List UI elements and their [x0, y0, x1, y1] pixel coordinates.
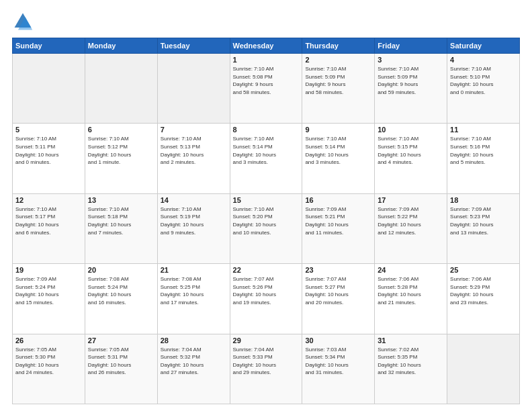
week-row-0: 1Sunrise: 7:10 AM Sunset: 5:08 PM Daylig…	[13, 54, 520, 124]
day-cell: 18Sunrise: 7:09 AM Sunset: 5:23 PM Dayli…	[447, 193, 520, 263]
weekday-header-friday: Friday	[375, 38, 447, 54]
day-number: 4	[450, 56, 517, 64]
day-cell: 27Sunrise: 7:05 AM Sunset: 5:31 PM Dayli…	[85, 334, 157, 404]
day-number: 30	[305, 336, 371, 345]
day-info: Sunrise: 7:10 AM Sunset: 5:13 PM Dayligh…	[161, 135, 227, 166]
day-number: 13	[88, 196, 154, 204]
day-number: 15	[233, 196, 300, 204]
day-number: 7	[161, 126, 227, 134]
day-cell: 26Sunrise: 7:05 AM Sunset: 5:30 PM Dayli…	[13, 334, 85, 404]
day-number: 29	[233, 336, 300, 345]
day-number: 23	[305, 266, 371, 274]
header	[12, 11, 520, 32]
day-info: Sunrise: 7:10 AM Sunset: 5:11 PM Dayligh…	[15, 135, 82, 166]
logo	[12, 11, 36, 32]
day-cell: 7Sunrise: 7:10 AM Sunset: 5:13 PM Daylig…	[157, 124, 230, 193]
day-number: 19	[15, 266, 82, 274]
day-cell: 3Sunrise: 7:10 AM Sunset: 5:09 PM Daylig…	[375, 54, 447, 124]
day-cell: 21Sunrise: 7:08 AM Sunset: 5:25 PM Dayli…	[157, 264, 230, 334]
day-cell: 28Sunrise: 7:04 AM Sunset: 5:32 PM Dayli…	[157, 334, 230, 404]
day-cell: 22Sunrise: 7:07 AM Sunset: 5:26 PM Dayli…	[230, 264, 302, 334]
day-number: 22	[233, 266, 300, 274]
day-number: 27	[88, 336, 154, 345]
day-info: Sunrise: 7:05 AM Sunset: 5:31 PM Dayligh…	[88, 346, 154, 377]
day-cell: 17Sunrise: 7:09 AM Sunset: 5:22 PM Dayli…	[375, 193, 447, 263]
day-cell: 4Sunrise: 7:10 AM Sunset: 5:10 PM Daylig…	[447, 54, 520, 124]
day-info: Sunrise: 7:10 AM Sunset: 5:14 PM Dayligh…	[233, 135, 300, 166]
week-row-4: 26Sunrise: 7:05 AM Sunset: 5:30 PM Dayli…	[13, 334, 520, 404]
day-number: 28	[161, 336, 227, 345]
day-number: 25	[450, 266, 517, 274]
day-cell: 8Sunrise: 7:10 AM Sunset: 5:14 PM Daylig…	[230, 124, 302, 193]
weekday-header-sunday: Sunday	[13, 38, 85, 54]
day-info: Sunrise: 7:09 AM Sunset: 5:21 PM Dayligh…	[305, 205, 371, 236]
day-info: Sunrise: 7:06 AM Sunset: 5:28 PM Dayligh…	[378, 275, 444, 306]
day-cell: 9Sunrise: 7:10 AM Sunset: 5:14 PM Daylig…	[302, 124, 375, 193]
day-info: Sunrise: 7:10 AM Sunset: 5:20 PM Dayligh…	[233, 205, 300, 236]
day-cell	[85, 54, 157, 124]
day-number: 5	[15, 126, 82, 134]
day-info: Sunrise: 7:10 AM Sunset: 5:09 PM Dayligh…	[378, 65, 444, 96]
day-cell: 10Sunrise: 7:10 AM Sunset: 5:15 PM Dayli…	[375, 124, 447, 193]
day-info: Sunrise: 7:04 AM Sunset: 5:33 PM Dayligh…	[233, 346, 300, 377]
day-info: Sunrise: 7:10 AM Sunset: 5:18 PM Dayligh…	[88, 205, 154, 236]
weekday-header-row: SundayMondayTuesdayWednesdayThursdayFrid…	[13, 38, 520, 54]
day-cell: 29Sunrise: 7:04 AM Sunset: 5:33 PM Dayli…	[230, 334, 302, 404]
day-number: 1	[233, 56, 300, 64]
day-info: Sunrise: 7:09 AM Sunset: 5:23 PM Dayligh…	[450, 205, 517, 236]
day-info: Sunrise: 7:09 AM Sunset: 5:24 PM Dayligh…	[15, 275, 82, 306]
day-cell: 14Sunrise: 7:10 AM Sunset: 5:19 PM Dayli…	[157, 193, 230, 263]
weekday-header-thursday: Thursday	[302, 38, 375, 54]
day-number: 14	[161, 196, 227, 204]
day-info: Sunrise: 7:10 AM Sunset: 5:08 PM Dayligh…	[233, 65, 300, 96]
weekday-header-tuesday: Tuesday	[157, 38, 230, 54]
day-info: Sunrise: 7:03 AM Sunset: 5:34 PM Dayligh…	[305, 346, 371, 377]
day-info: Sunrise: 7:02 AM Sunset: 5:35 PM Dayligh…	[378, 346, 444, 377]
day-cell: 13Sunrise: 7:10 AM Sunset: 5:18 PM Dayli…	[85, 193, 157, 263]
day-number: 6	[88, 126, 154, 134]
week-row-1: 5Sunrise: 7:10 AM Sunset: 5:11 PM Daylig…	[13, 124, 520, 193]
day-info: Sunrise: 7:05 AM Sunset: 5:30 PM Dayligh…	[15, 346, 82, 377]
day-info: Sunrise: 7:10 AM Sunset: 5:10 PM Dayligh…	[450, 65, 517, 96]
day-info: Sunrise: 7:07 AM Sunset: 5:26 PM Dayligh…	[233, 275, 300, 306]
week-row-3: 19Sunrise: 7:09 AM Sunset: 5:24 PM Dayli…	[13, 264, 520, 334]
logo-icon	[12, 11, 34, 32]
day-cell: 25Sunrise: 7:06 AM Sunset: 5:29 PM Dayli…	[447, 264, 520, 334]
day-cell: 5Sunrise: 7:10 AM Sunset: 5:11 PM Daylig…	[13, 124, 85, 193]
day-cell	[157, 54, 230, 124]
day-number: 9	[305, 126, 371, 134]
day-number: 21	[161, 266, 227, 274]
day-info: Sunrise: 7:08 AM Sunset: 5:25 PM Dayligh…	[161, 275, 227, 306]
day-info: Sunrise: 7:09 AM Sunset: 5:22 PM Dayligh…	[378, 205, 444, 236]
day-number: 8	[233, 126, 300, 134]
day-info: Sunrise: 7:06 AM Sunset: 5:29 PM Dayligh…	[450, 275, 517, 306]
day-cell: 16Sunrise: 7:09 AM Sunset: 5:21 PM Dayli…	[302, 193, 375, 263]
weekday-header-monday: Monday	[85, 38, 157, 54]
day-number: 26	[15, 336, 82, 345]
day-info: Sunrise: 7:10 AM Sunset: 5:14 PM Dayligh…	[305, 135, 371, 166]
day-cell: 23Sunrise: 7:07 AM Sunset: 5:27 PM Dayli…	[302, 264, 375, 334]
day-cell: 2Sunrise: 7:10 AM Sunset: 5:09 PM Daylig…	[302, 54, 375, 124]
day-number: 10	[378, 126, 444, 134]
day-cell: 11Sunrise: 7:10 AM Sunset: 5:16 PM Dayli…	[447, 124, 520, 193]
day-info: Sunrise: 7:10 AM Sunset: 5:16 PM Dayligh…	[450, 135, 517, 166]
day-number: 12	[15, 196, 82, 204]
day-cell: 1Sunrise: 7:10 AM Sunset: 5:08 PM Daylig…	[230, 54, 302, 124]
page: SundayMondayTuesdayWednesdayThursdayFrid…	[0, 0, 532, 411]
weekday-header-wednesday: Wednesday	[230, 38, 302, 54]
day-info: Sunrise: 7:10 AM Sunset: 5:17 PM Dayligh…	[15, 205, 82, 236]
calendar-table: SundayMondayTuesdayWednesdayThursdayFrid…	[12, 38, 520, 404]
day-info: Sunrise: 7:10 AM Sunset: 5:12 PM Dayligh…	[88, 135, 154, 166]
day-info: Sunrise: 7:04 AM Sunset: 5:32 PM Dayligh…	[161, 346, 227, 377]
day-cell: 19Sunrise: 7:09 AM Sunset: 5:24 PM Dayli…	[13, 264, 85, 334]
weekday-header-saturday: Saturday	[447, 38, 520, 54]
day-cell: 20Sunrise: 7:08 AM Sunset: 5:24 PM Dayli…	[85, 264, 157, 334]
day-info: Sunrise: 7:07 AM Sunset: 5:27 PM Dayligh…	[305, 275, 371, 306]
day-number: 2	[305, 56, 371, 64]
day-info: Sunrise: 7:10 AM Sunset: 5:15 PM Dayligh…	[378, 135, 444, 166]
day-number: 17	[378, 196, 444, 204]
day-info: Sunrise: 7:08 AM Sunset: 5:24 PM Dayligh…	[88, 275, 154, 306]
day-number: 18	[450, 196, 517, 204]
day-number: 3	[378, 56, 444, 64]
day-cell: 15Sunrise: 7:10 AM Sunset: 5:20 PM Dayli…	[230, 193, 302, 263]
